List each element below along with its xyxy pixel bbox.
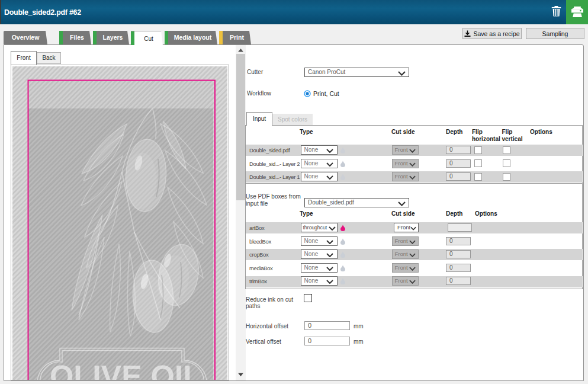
svg-text:OLIVE OIL: OLIVE OIL xyxy=(50,359,202,380)
